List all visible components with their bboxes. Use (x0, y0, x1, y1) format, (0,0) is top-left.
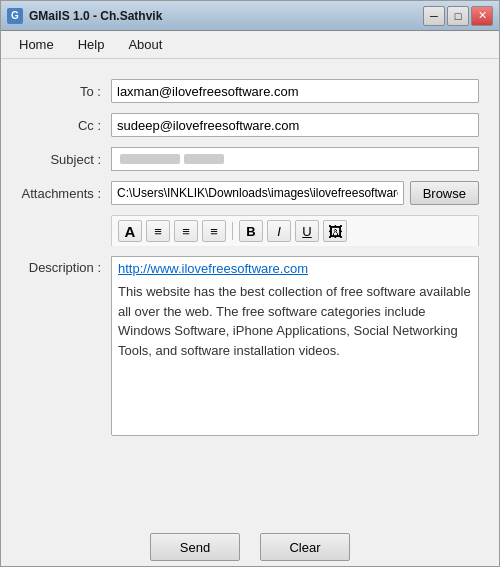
toolbar-separator (232, 222, 233, 240)
description-area[interactable]: http://www.ilovefreesoftware.com This we… (111, 256, 479, 436)
menu-item-home[interactable]: Home (9, 33, 64, 56)
send-button[interactable]: Send (150, 533, 240, 561)
cc-label: Cc : (21, 118, 111, 133)
maximize-button[interactable]: □ (447, 6, 469, 26)
align-left-btn[interactable]: ≡ (146, 220, 170, 242)
menu-item-about[interactable]: About (118, 33, 172, 56)
window-controls: ─ □ ✕ (423, 6, 493, 26)
form-content: To : Cc : Subject : Attachments : Browse… (1, 59, 499, 523)
main-window: G GMailS 1.0 - Ch.Sathvik ─ □ ✕ Home Hel… (0, 0, 500, 567)
window-title: GMailS 1.0 - Ch.Sathvik (29, 9, 162, 23)
button-row: Send Clear (1, 523, 499, 566)
align-center-btn[interactable]: ≡ (174, 220, 198, 242)
minimize-button[interactable]: ─ (423, 6, 445, 26)
italic-btn[interactable]: I (267, 220, 291, 242)
font-btn[interactable]: A (118, 220, 142, 242)
menu-bar: Home Help About (1, 31, 499, 59)
browse-button[interactable]: Browse (410, 181, 479, 205)
cc-input[interactable] (111, 113, 479, 137)
description-link[interactable]: http://www.ilovefreesoftware.com (118, 261, 472, 276)
attachments-input[interactable] (111, 181, 404, 205)
app-icon: G (7, 8, 23, 24)
description-row: Description : http://www.ilovefreesoftwa… (21, 256, 479, 508)
attachments-row: Attachments : Browse (21, 181, 479, 205)
menu-item-help[interactable]: Help (68, 33, 115, 56)
title-bar-left: G GMailS 1.0 - Ch.Sathvik (7, 8, 162, 24)
to-input[interactable] (111, 79, 479, 103)
close-button[interactable]: ✕ (471, 6, 493, 26)
attachments-label: Attachments : (21, 186, 111, 201)
bold-btn[interactable]: B (239, 220, 263, 242)
subject-label: Subject : (21, 152, 111, 167)
underline-btn[interactable]: U (295, 220, 319, 242)
to-row: To : (21, 79, 479, 103)
subject-row: Subject : (21, 147, 479, 171)
image-btn[interactable]: 🖼 (323, 220, 347, 242)
editor-toolbar: A ≡ ≡ ≡ B I U 🖼 (111, 215, 479, 246)
title-bar: G GMailS 1.0 - Ch.Sathvik ─ □ ✕ (1, 1, 499, 31)
description-text: This website has the best collection of … (118, 284, 471, 358)
to-label: To : (21, 84, 111, 99)
description-label: Description : (21, 256, 111, 275)
align-right-btn[interactable]: ≡ (202, 220, 226, 242)
cc-row: Cc : (21, 113, 479, 137)
subject-input[interactable] (111, 147, 479, 171)
clear-button[interactable]: Clear (260, 533, 350, 561)
